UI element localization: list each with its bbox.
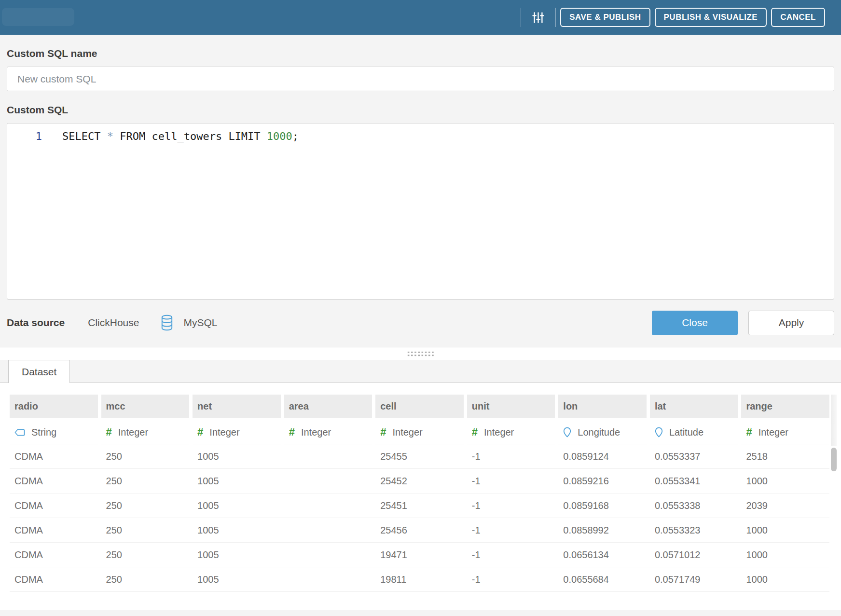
scrollbar-track (831, 395, 837, 446)
column-type-mcc: #Integer (101, 421, 190, 444)
integer-icon: # (106, 426, 112, 438)
table-cell: 0.0859124 (558, 444, 647, 468)
table-cell: CDMA (10, 444, 98, 468)
custom-sql-form: Custom SQL name Custom SQL 1 SELECT * FR… (0, 48, 841, 336)
table-cell: 0.0859216 (558, 469, 647, 493)
table-cell: 250 (101, 543, 190, 567)
tab-dataset[interactable]: Dataset (8, 360, 70, 383)
table-cell: 1005 (193, 469, 281, 493)
string-icon (14, 428, 25, 437)
table-row: CDMA250100525456-10.08589920.05533231000 (10, 518, 829, 543)
dataset-table: radiomccnetareacellunitlonlatrange Strin… (0, 383, 841, 592)
table-cell: CDMA (10, 543, 98, 567)
integer-icon: # (746, 426, 752, 438)
latitude-icon (655, 427, 663, 438)
data-source-option-mysql[interactable]: MySQL (160, 315, 217, 331)
apply-button[interactable]: Apply (748, 311, 834, 335)
table-cell: 0.0553338 (650, 493, 738, 518)
table-cell: 0.0571749 (650, 567, 738, 591)
column-header-lat[interactable]: lat (650, 395, 738, 418)
sql-token: 1000 (267, 130, 292, 142)
sliders-icon (532, 11, 545, 24)
table-cell: 0.0571012 (650, 543, 738, 567)
table-cell (284, 567, 372, 591)
publish-visualize-button[interactable]: PUBLISH & VISUALIZE (655, 8, 767, 27)
integer-icon: # (472, 426, 478, 438)
column-type-lat: Latitude (650, 421, 738, 444)
table-cell: 25452 (375, 469, 464, 493)
table-cell: 0.0656134 (558, 543, 647, 567)
scrollbar-thumb[interactable] (831, 448, 837, 471)
column-type-label: Integer (392, 427, 422, 438)
table-cell: 1000 (741, 543, 829, 567)
column-header-lon[interactable]: lon (558, 395, 647, 418)
column-type-label: String (31, 427, 56, 438)
longitude-icon (563, 427, 571, 438)
table-cell (284, 444, 372, 468)
table-row: CDMA250100519811-10.06556840.05717491000 (10, 567, 829, 592)
topbar-divider (555, 8, 556, 27)
table-cell: 0.0858992 (558, 518, 647, 542)
column-header-radio[interactable]: radio (10, 395, 98, 418)
integer-icon: # (380, 426, 386, 438)
table-cell: -1 (467, 444, 555, 468)
column-type-label: Longitude (578, 427, 620, 438)
sql-editor[interactable]: 1 SELECT * FROM cell_towers LIMIT 1000; (7, 123, 834, 300)
table-cell: 1005 (193, 444, 281, 468)
settings-sliders-button[interactable] (532, 11, 545, 24)
column-header-net[interactable]: net (193, 395, 281, 418)
table-cell: 250 (101, 493, 190, 518)
sql-line-number: 1 (7, 129, 42, 299)
table-body: CDMA250100525455-10.08591240.05533372518… (10, 444, 829, 592)
data-source-row: Data source ClickHouse MySQL Close Apply (7, 309, 834, 336)
close-button[interactable]: Close (652, 311, 738, 335)
table-cell: 25451 (375, 493, 464, 518)
table-cell: 1005 (193, 518, 281, 542)
column-type-lon: Longitude (558, 421, 647, 444)
sql-token: * (107, 130, 113, 142)
table-cell: 250 (101, 567, 190, 591)
save-publish-button[interactable]: SAVE & PUBLISH (560, 8, 650, 27)
data-source-mysql-label: MySQL (183, 317, 217, 329)
table-cell: 0.0859168 (558, 493, 647, 518)
topbar-divider (521, 8, 521, 27)
table-header-row: radiomccnetareacellunitlonlatrange (10, 383, 829, 418)
column-header-range[interactable]: range (741, 395, 829, 418)
table-cell: 1005 (193, 567, 281, 591)
custom-sql-name-input[interactable] (7, 67, 834, 91)
column-type-label: Integer (209, 427, 239, 438)
table-cell: 19811 (375, 567, 464, 591)
table-cell: 1000 (741, 567, 829, 591)
table-cell: 0.0553337 (650, 444, 738, 468)
table-cell: -1 (467, 518, 555, 542)
table-cell: CDMA (10, 518, 98, 542)
column-header-mcc[interactable]: mcc (101, 395, 190, 418)
table-cell: 0.0553323 (650, 518, 738, 542)
data-source-option-clickhouse[interactable]: ClickHouse (88, 317, 139, 329)
column-type-label: Integer (118, 427, 148, 438)
splitter-drag-handle[interactable] (407, 351, 434, 356)
table-cell: -1 (467, 469, 555, 493)
integer-icon: # (197, 426, 203, 438)
database-icon (160, 315, 174, 331)
table-cell: -1 (467, 543, 555, 567)
custom-sql-page: { "colors": { "topbar-bg": "#376e94", "a… (0, 0, 841, 616)
column-type-cell: #Integer (375, 421, 464, 444)
table-cell (284, 469, 372, 493)
sql-token: ; (292, 130, 299, 142)
column-header-unit[interactable]: unit (467, 395, 555, 418)
column-type-area: #Integer (284, 421, 372, 444)
column-header-cell[interactable]: cell (375, 395, 464, 418)
column-header-area[interactable]: area (284, 395, 372, 418)
table-row: CDMA250100525455-10.08591240.05533372518 (10, 444, 829, 469)
table-cell: CDMA (10, 493, 98, 518)
table-cell: 1000 (741, 469, 829, 493)
table-cell: CDMA (10, 567, 98, 591)
table-cell: 250 (101, 518, 190, 542)
cancel-button[interactable]: CANCEL (771, 8, 825, 27)
table-row: CDMA250100519471-10.06561340.05710121000 (10, 543, 829, 567)
table-cell (284, 493, 372, 518)
column-type-net: #Integer (193, 421, 281, 444)
table-cell: 1005 (193, 543, 281, 567)
column-type-range: #Integer (741, 421, 829, 444)
